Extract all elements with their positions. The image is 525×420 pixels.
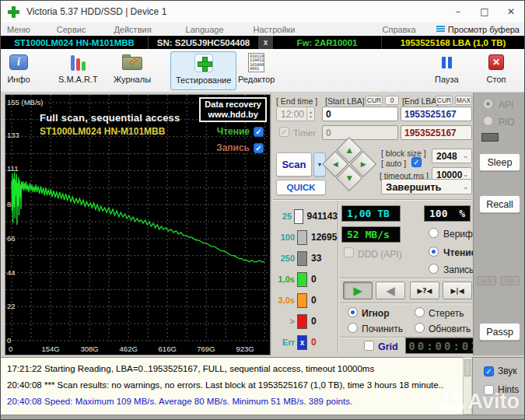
window-bottom-edge xyxy=(1,415,524,420)
wr-button[interactable]: WR xyxy=(477,276,496,285)
drive-info-bar: ST1000LM024 HN-M101MBB SN: S2U5J9HC50440… xyxy=(1,36,524,49)
write-radio[interactable] xyxy=(429,264,439,274)
main-area: 155 (MB/s)1331118866442200154G308G462G61… xyxy=(1,93,524,357)
logs-tab-button[interactable]: Журналы xyxy=(114,51,151,90)
log-entry: 20:40:08 *** Scan results: no warnings, … xyxy=(1,377,463,393)
error-x-icon: x xyxy=(297,335,307,350)
right-sidebar: API PIO Sleep Recall WR RD Passp xyxy=(473,93,524,355)
refresh-label: Обновить xyxy=(429,324,471,334)
svg-text:22: 22 xyxy=(7,302,16,310)
read-radio[interactable] xyxy=(429,247,439,257)
ignore-label: Игнор xyxy=(362,308,390,319)
end-lba-input[interactable]: 1953525167 xyxy=(401,107,472,121)
back-button[interactable]: ◀ xyxy=(376,282,405,299)
end-lba-cur-button[interactable]: CUR xyxy=(436,96,453,105)
play-button[interactable]: ▶ xyxy=(343,282,373,299)
minimize-button[interactable]: – xyxy=(445,1,471,23)
start-lba-cur-button[interactable]: CUR xyxy=(366,96,383,105)
start-lba-label: [Start LBA] xyxy=(325,96,365,106)
green-cross-icon xyxy=(194,54,213,72)
divider xyxy=(339,278,472,279)
pause-button[interactable]: Пауза xyxy=(435,51,459,90)
start-lba-zero-button[interactable]: 0 xyxy=(385,96,399,105)
write-checkbox[interactable]: ✓ xyxy=(254,143,264,153)
finish-action-combo[interactable]: Завершить⌄ xyxy=(381,179,472,194)
seek-end-button[interactable]: ▶|◀ xyxy=(443,282,472,299)
verify-radio[interactable] xyxy=(429,228,439,238)
quick-button[interactable]: QUICK xyxy=(276,180,326,195)
scrollbar-thumb[interactable] xyxy=(464,359,471,376)
control-panel: [ End time ] [Start LBA] CUR 0 [End LBA]… xyxy=(271,93,473,355)
start-lba-input[interactable]: 0 xyxy=(322,107,398,121)
smart-tab-button[interactable]: S.M.A.R.T xyxy=(58,51,98,90)
sound-label: Звук xyxy=(498,366,517,376)
sound-checkbox[interactable]: ✓ xyxy=(484,366,494,376)
rd-button[interactable]: RD xyxy=(500,276,520,285)
status-indicator xyxy=(481,133,499,142)
auto-checkbox[interactable]: ✓ xyxy=(411,157,422,167)
timer-checkbox[interactable]: ✓ xyxy=(279,127,289,137)
menu-service[interactable]: Сервис xyxy=(57,25,86,34)
drive-capacity: 1953525168 LBA (1,0 TB) xyxy=(382,36,524,49)
elapsed-time-lcd: 00:00:01 xyxy=(405,338,483,354)
menu-main[interactable]: Меню xyxy=(7,25,30,34)
list-icon xyxy=(436,26,445,33)
block-swatch-25ms xyxy=(294,209,303,224)
maximize-button[interactable]: □ xyxy=(471,1,498,23)
spinner-arrows-icon[interactable]: ▲▼ xyxy=(306,107,314,121)
combo-caret-icon: ⌄ xyxy=(463,152,468,159)
sleep-button[interactable]: Sleep xyxy=(479,153,520,171)
graph-legend: Чтение ✓ Запись ✓ xyxy=(216,126,264,159)
remap-radio[interactable] xyxy=(348,323,358,333)
stop-button[interactable]: ✕ Стоп xyxy=(485,51,508,90)
test-tab-button[interactable]: Тестирование xyxy=(170,51,236,90)
legend-write-label: Запись xyxy=(216,142,250,153)
log-entry: 20:40:08 Speed: Maximum 109 MB/s. Averag… xyxy=(1,394,463,409)
seek-error-button[interactable]: ▶?◀ xyxy=(410,282,439,299)
end-lba-secondary-input[interactable]: 1953525167 xyxy=(401,125,472,140)
smart-bars-icon xyxy=(71,54,86,71)
back-icon: ◀ xyxy=(386,284,395,298)
up-arrow-icon: ▲ xyxy=(347,146,352,154)
end-lba-max-button[interactable]: MAX xyxy=(455,96,472,105)
scan-button[interactable]: Scan xyxy=(276,152,312,177)
info-tab-button[interactable]: i Инфо xyxy=(7,51,30,90)
refresh-radio[interactable] xyxy=(415,323,425,333)
serial-divider[interactable]: x xyxy=(259,36,273,49)
erase-radio[interactable] xyxy=(415,307,425,317)
pio-radio[interactable] xyxy=(483,116,493,126)
menu-actions[interactable]: Действия xyxy=(114,25,151,34)
menu-language[interactable]: Language xyxy=(186,25,224,34)
combo-caret-icon: ⌄ xyxy=(463,171,468,178)
block-size-combo[interactable]: 2048⌄ xyxy=(432,149,472,163)
end-time-spinner[interactable]: 12:00 ▲▼ xyxy=(276,107,315,121)
speed-curve xyxy=(12,172,264,261)
grid-checkbox[interactable] xyxy=(364,341,374,351)
end-time-label: [ End time ] xyxy=(276,96,317,106)
buffer-view-button[interactable]: Просмотр буфера xyxy=(436,25,520,34)
right-arrow-icon: ▶ xyxy=(361,160,366,168)
svg-text:462G: 462G xyxy=(120,345,138,353)
svg-text:133: 133 xyxy=(7,131,19,139)
close-button[interactable]: ✕ xyxy=(498,1,524,23)
hints-checkbox[interactable] xyxy=(484,385,494,395)
ignore-radio[interactable] xyxy=(348,307,358,317)
end-lba-label: [End LBA] xyxy=(402,96,439,106)
log-entry: 17:21:22 Starting Reading, LBA=0..195352… xyxy=(1,361,463,376)
read-checkbox[interactable]: ✓ xyxy=(254,127,264,137)
remap-label: Починить xyxy=(362,324,403,334)
title-bar: Victoria 5.37 HDD/SSD | Device 1 – □ ✕ xyxy=(1,1,524,23)
recall-button[interactable]: Recall xyxy=(479,195,520,213)
info-bubble-icon: i xyxy=(9,54,28,70)
divider xyxy=(273,199,472,201)
menu-settings[interactable]: Настройки xyxy=(254,25,296,34)
start-lba-secondary-input[interactable]: 0 xyxy=(322,125,398,140)
menu-help[interactable]: Справка xyxy=(383,25,416,34)
svg-text:154G: 154G xyxy=(41,345,59,353)
api-radio[interactable] xyxy=(483,99,493,109)
binary-document-icon: 010110 110011 101000 0001 xyxy=(248,53,264,72)
log-scrollbar[interactable] xyxy=(463,357,472,415)
passp-button[interactable]: Passp xyxy=(479,323,520,341)
ddd-api-checkbox[interactable] xyxy=(344,247,354,257)
editor-tab-button[interactable]: 010110 110011 101000 0001 Редактор xyxy=(238,51,275,90)
